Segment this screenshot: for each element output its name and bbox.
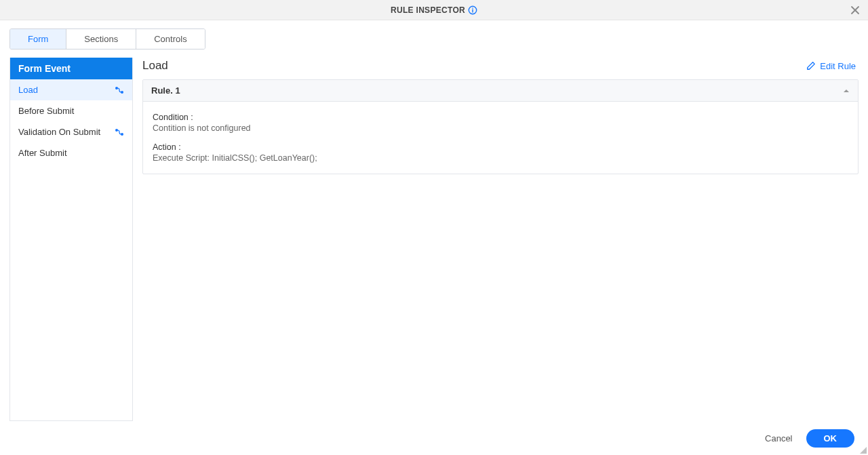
rule-condition-value: Contition is not configured [153, 123, 848, 133]
svg-point-5 [115, 87, 118, 90]
sidebar-item-before-submit[interactable]: Before Submit [10, 100, 132, 121]
dialog-title-text: RULE INSPECTOR [391, 5, 465, 15]
dialog-title: RULE INSPECTOR [391, 5, 477, 15]
tab-controls[interactable]: Controls [136, 29, 204, 49]
dialog-header: RULE INSPECTOR [0, 0, 868, 20]
svg-point-2 [472, 7, 473, 9]
collapse-icon [843, 87, 850, 94]
main-panel: Form Event Load Before Submit Validation… [9, 58, 859, 421]
info-icon[interactable] [468, 5, 477, 15]
rule-condition-label: Condition : [153, 113, 848, 122]
edit-icon [806, 61, 816, 71]
close-button[interactable] [849, 4, 861, 16]
sidebar-header: Form Event [10, 58, 132, 79]
ok-button[interactable]: OK [806, 429, 855, 448]
sidebar-item-label: Load [18, 85, 38, 95]
flow-icon [115, 128, 124, 136]
details-title: Load [142, 59, 168, 73]
flow-icon [115, 86, 124, 94]
rule-card-title: Rule. 1 [151, 85, 180, 96]
svg-point-8 [121, 133, 123, 136]
rule-action-label: Action : [153, 142, 848, 152]
details-panel: Load Edit Rule Rule. 1 [142, 58, 859, 421]
content-area: Form Sections Controls Form Event Load B… [0, 20, 868, 421]
tabs: Form Sections Controls [9, 28, 205, 50]
footer: Cancel OK [0, 421, 868, 455]
sidebar-item-load[interactable]: Load [10, 79, 132, 100]
rule-card-header[interactable]: Rule. 1 [143, 80, 858, 102]
details-header: Load Edit Rule [142, 58, 859, 79]
edit-rule-label: Edit Rule [820, 61, 856, 71]
rule-condition: Condition : Contition is not configured [153, 113, 848, 133]
edit-rule-button[interactable]: Edit Rule [806, 61, 856, 71]
sidebar-item-label: Validation On Submit [18, 127, 100, 137]
svg-point-6 [121, 91, 123, 94]
rule-action-value: Execute Script: InitialCSS(); GetLoanYea… [153, 153, 848, 163]
sidebar-item-validation-on-submit[interactable]: Validation On Submit [10, 121, 132, 142]
rule-card: Rule. 1 Condition : Contition is not con… [142, 79, 859, 174]
sidebar-item-label: After Submit [18, 148, 67, 158]
sidebar: Form Event Load Before Submit Validation… [9, 58, 133, 421]
svg-point-7 [115, 129, 118, 132]
tab-form[interactable]: Form [10, 29, 66, 49]
sidebar-item-after-submit[interactable]: After Submit [10, 142, 132, 163]
rule-card-body: Condition : Contition is not configured … [143, 102, 858, 174]
rule-action: Action : Execute Script: InitialCSS(); G… [153, 142, 848, 163]
tab-sections[interactable]: Sections [66, 29, 136, 49]
cancel-button[interactable]: Cancel [762, 429, 795, 448]
resize-handle[interactable] [860, 447, 867, 454]
sidebar-item-label: Before Submit [18, 106, 74, 116]
